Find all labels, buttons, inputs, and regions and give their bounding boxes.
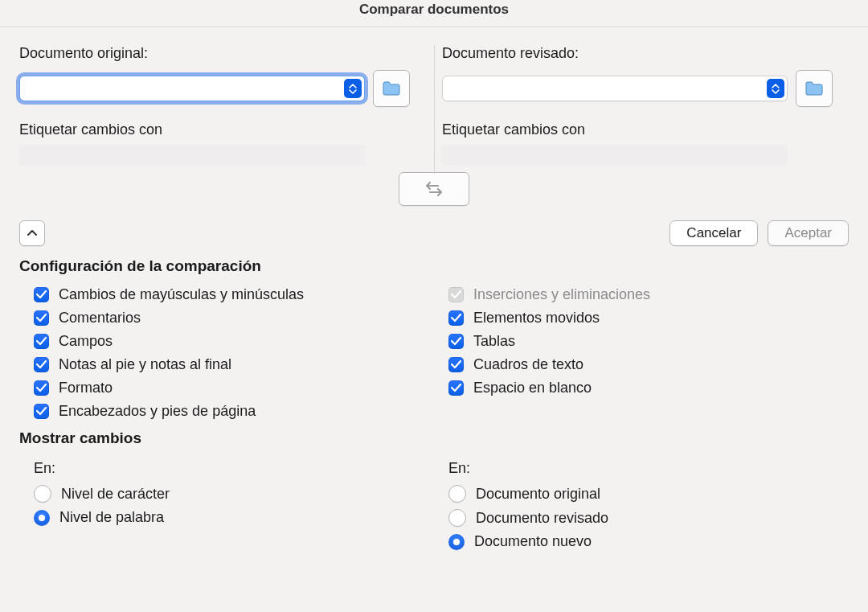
checkbox-insertions-deletions [448, 287, 464, 302]
show-in-label-left: En: [19, 455, 434, 482]
checkbox-fields[interactable] [34, 334, 49, 349]
show-in-label-right: En: [434, 455, 849, 482]
radio-label: Nivel de palabra [59, 509, 164, 526]
show-changes-title: Mostrar cambios [19, 429, 849, 447]
dialog-title: Comparar documentos [0, 0, 868, 27]
radio-word-level[interactable] [34, 510, 50, 526]
checkbox-label: Cambios de mayúsculas y minúsculas [59, 286, 304, 303]
radio-label: Documento original [476, 486, 600, 503]
checkbox-comments[interactable] [34, 310, 49, 326]
checkbox-label: Notas al pie y notas al final [59, 356, 231, 373]
documents-row: Documento original: Etiquetar cambios co… [19, 45, 849, 166]
comparison-settings: Cambios de mayúsculas y minúsculas Comen… [19, 283, 849, 423]
original-browse-button[interactable] [373, 70, 410, 107]
original-tag-label: Etiquetar cambios con [19, 121, 410, 138]
checkbox-moved-elements[interactable] [448, 310, 464, 326]
checkbox-formatting[interactable] [34, 380, 49, 396]
cancel-button[interactable]: Cancelar [669, 220, 758, 246]
folder-icon [382, 80, 401, 97]
collapse-settings-button[interactable] [19, 220, 45, 246]
checkbox-tables[interactable] [448, 334, 464, 349]
swap-documents-button[interactable] [399, 172, 469, 206]
checkbox-headers-footers[interactable] [34, 404, 49, 419]
checkbox-label: Encabezados y pies de página [59, 403, 256, 420]
checkbox-whitespace[interactable] [448, 380, 464, 396]
revised-tag-input [442, 145, 788, 166]
original-label: Documento original: [19, 45, 410, 62]
radio-doc-original[interactable] [448, 485, 466, 503]
checkbox-label: Formato [59, 380, 113, 396]
radio-label: Documento revisado [476, 510, 608, 527]
dropdown-stepper-icon [344, 79, 362, 98]
show-changes-section: En: Nivel de carácter Nivel de palabra E… [19, 455, 849, 553]
checkbox-label: Espacio en blanco [473, 380, 592, 396]
revised-tag-label: Etiquetar cambios con [442, 121, 833, 138]
chevron-up-icon [27, 230, 37, 236]
original-document-dropdown[interactable] [19, 76, 365, 101]
revised-label: Documento revisado: [442, 45, 833, 62]
column-separator [434, 45, 435, 174]
folder-icon [805, 80, 824, 97]
checkbox-label: Elementos movidos [473, 310, 600, 327]
checkbox-label: Comentarios [59, 310, 141, 327]
radio-char-level[interactable] [34, 485, 51, 503]
comparison-settings-title: Configuración de la comparación [19, 257, 849, 275]
original-column: Documento original: Etiquetar cambios co… [19, 45, 426, 166]
checkbox-label: Campos [59, 333, 113, 350]
revised-document-dropdown[interactable] [442, 76, 788, 101]
accept-button[interactable]: Aceptar [768, 220, 849, 246]
original-tag-input [19, 145, 365, 166]
checkbox-label: Cuadros de texto [473, 356, 583, 373]
radio-doc-new[interactable] [448, 534, 465, 550]
checkbox-label: Tablas [473, 333, 515, 350]
swap-icon [424, 181, 444, 197]
checkbox-label: Inserciones y eliminaciones [473, 286, 650, 303]
checkbox-footnotes[interactable] [34, 357, 49, 372]
revised-column: Documento revisado: Etiquetar cambios co… [426, 45, 849, 166]
checkbox-case-changes[interactable] [34, 287, 49, 302]
revised-browse-button[interactable] [796, 70, 833, 107]
radio-label: Documento nuevo [474, 533, 592, 550]
radio-label: Nivel de carácter [61, 486, 170, 503]
radio-doc-revised[interactable] [448, 509, 466, 527]
dropdown-stepper-icon [767, 79, 784, 98]
checkbox-textboxes[interactable] [448, 357, 464, 372]
